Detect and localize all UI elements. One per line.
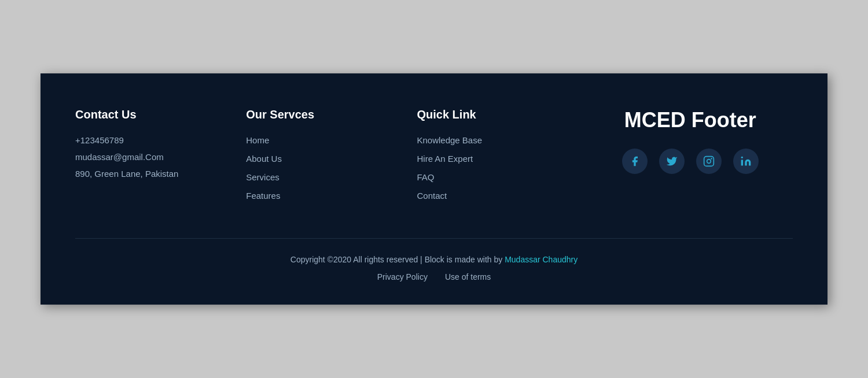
quicklink-faq[interactable]: FAQ — [417, 172, 434, 182]
twitter-icon[interactable] — [659, 149, 685, 174]
contact-phone: +123456789 — [75, 135, 246, 145]
list-item: FAQ — [417, 172, 587, 183]
footer: Contact Us +123456789 mudassar@gmail.Com… — [41, 73, 827, 305]
footer-bottom: Copyright ©2020 All rights reserved | Bl… — [75, 238, 793, 281]
services-section: Our Servces Home About Us Services Featu… — [246, 108, 417, 209]
quicklink-hire-expert[interactable]: Hire An Expert — [417, 154, 473, 164]
svg-point-1 — [707, 160, 711, 164]
list-item: Home — [246, 135, 417, 146]
list-item: Knowledge Base — [417, 135, 587, 146]
quicklinks-heading: Quick Link — [417, 108, 587, 121]
services-link-home[interactable]: Home — [246, 135, 269, 145]
contact-address: 890, Green Lane, Pakistan — [75, 169, 246, 179]
social-icons — [622, 149, 759, 174]
instagram-icon[interactable] — [696, 149, 722, 174]
quicklinks-list: Knowledge Base Hire An Expert FAQ Contac… — [417, 135, 587, 201]
contact-section: Contact Us +123456789 mudassar@gmail.Com… — [75, 108, 246, 186]
quicklinks-section: Quick Link Knowledge Base Hire An Expert… — [417, 108, 587, 209]
use-of-terms-link[interactable]: Use of terms — [445, 272, 491, 281]
brand-section: MCED Footer — [588, 108, 793, 174]
copyright-static: Copyright ©2020 All rights reserved | Bl… — [290, 255, 502, 264]
list-item: Hire An Expert — [417, 154, 587, 164]
brand-title: MCED Footer — [624, 108, 756, 132]
facebook-icon[interactable] — [622, 149, 648, 174]
contact-email: mudassar@gmail.Com — [75, 152, 246, 162]
list-item: About Us — [246, 154, 417, 164]
privacy-policy-link[interactable]: Privacy Policy — [377, 272, 428, 281]
copyright-text: Copyright ©2020 All rights reserved | Bl… — [75, 255, 793, 264]
footer-top: Contact Us +123456789 mudassar@gmail.Com… — [75, 108, 793, 209]
contact-heading: Contact Us — [75, 108, 246, 121]
services-heading: Our Servces — [246, 108, 417, 121]
footer-links: Privacy Policy Use of terms — [75, 272, 793, 281]
quicklink-knowledge-base[interactable]: Knowledge Base — [417, 135, 482, 145]
services-link-services[interactable]: Services — [246, 172, 279, 182]
author-link[interactable]: Mudassar Chaudhry — [505, 255, 578, 264]
services-link-about[interactable]: About Us — [246, 154, 282, 164]
svg-rect-3 — [741, 160, 743, 166]
list-item: Contact — [417, 191, 587, 201]
linkedin-icon[interactable] — [733, 149, 759, 174]
services-list: Home About Us Services Features — [246, 135, 417, 201]
services-link-features[interactable]: Features — [246, 191, 280, 201]
list-item: Features — [246, 191, 417, 201]
quicklink-contact[interactable]: Contact — [417, 191, 447, 201]
svg-rect-0 — [704, 157, 714, 166]
svg-point-2 — [711, 158, 712, 160]
list-item: Services — [246, 172, 417, 183]
svg-point-4 — [741, 157, 743, 158]
